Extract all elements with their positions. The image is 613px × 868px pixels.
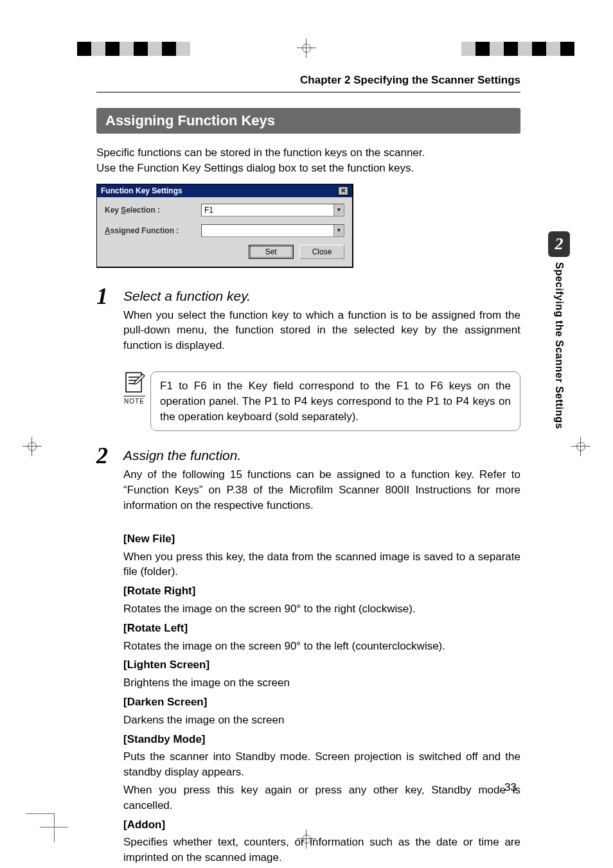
registration-cross-icon [22, 437, 42, 456]
function-head: [Addon] [123, 817, 520, 833]
crop-squares-right [461, 42, 574, 56]
intro-line: Specific functions can be stored in the … [96, 146, 425, 159]
step-text: When you select the function key to whic… [123, 308, 520, 353]
page-content: Chapter 2 Specifying the Scanner Setting… [96, 74, 520, 868]
step-number: 2 [96, 444, 123, 524]
function-item-rotate-left: [Rotate Left] Rotates the image on the s… [123, 621, 520, 654]
corner-mark-icon [26, 813, 55, 842]
close-button[interactable]: Close [299, 245, 344, 259]
function-item-standby-mode: [Standby Mode] Puts the scanner into Sta… [123, 732, 520, 813]
assigned-function-label: Assigned Function : [105, 226, 201, 235]
function-body: Specifies whether text, counters, or inf… [123, 835, 520, 865]
registration-cross-icon [297, 39, 316, 58]
function-item-addon: [Addon] Specifies whether text, counters… [123, 817, 520, 865]
close-icon[interactable]: ✕ [338, 186, 348, 195]
set-button[interactable]: Set [249, 245, 294, 259]
function-head: [Lighten Screen] [123, 657, 520, 673]
function-body: Brightens the image on the screen [123, 675, 520, 691]
function-head: [New File] [123, 531, 520, 547]
crop-squares-left [77, 42, 190, 56]
chapter-number-badge: 2 [548, 231, 570, 257]
intro-text: Specific functions can be stored in the … [96, 145, 520, 176]
step-1: 1 Select a function key. When you select… [96, 285, 520, 365]
function-head: [Darken Screen] [123, 695, 520, 710]
note-text: F1 to F6 in the Key field correspond to … [150, 371, 520, 431]
dialog-title-text: Function Key Settings [101, 186, 182, 195]
running-header: Chapter 2 Specifying the Scanner Setting… [96, 74, 520, 93]
note-label: NOTE [123, 396, 145, 405]
registration-cross-icon [571, 437, 591, 456]
key-selection-label: Key Selection : [105, 206, 201, 215]
dialog-titlebar: Function Key Settings ✕ [97, 184, 352, 197]
step-number: 1 [96, 285, 123, 365]
step-title: Assign the function. [123, 444, 520, 463]
key-selection-dropdown[interactable]: F1 ▼ [201, 204, 344, 217]
chapter-side-tab: 2 Specifying the Scanner Settings [547, 231, 571, 429]
step-text: Any of the following 15 functions can be… [123, 467, 520, 513]
function-body: Rotates the image on the screen 90° to t… [123, 639, 520, 654]
note-icon: NOTE [123, 371, 150, 431]
function-item-rotate-right: [Rotate Right] Rotates the image on the … [123, 583, 520, 617]
function-body: Rotates the image on the screen 90° to t… [123, 601, 520, 617]
function-item-lighten-screen: [Lighten Screen] Brightens the image on … [123, 657, 520, 691]
assigned-function-row: Assigned Function : ▼ [105, 224, 344, 237]
step-title: Select a function key. [123, 285, 520, 304]
function-body: Darkens the image on the screen [123, 713, 520, 728]
function-body: Puts the scanner into Standby mode. Scre… [123, 749, 520, 780]
page-number: 33 [504, 781, 517, 794]
function-body: When you press this key again or press a… [123, 783, 520, 813]
function-body: When you press this key, the data from t… [123, 549, 520, 580]
function-head: [Standby Mode] [123, 732, 520, 747]
step-2: 2 Assign the function. Any of the follow… [96, 444, 520, 524]
note-block: NOTE F1 to F6 in the Key field correspon… [123, 371, 520, 431]
function-head: [Rotate Left] [123, 621, 520, 636]
crop-marks-top [0, 32, 613, 58]
key-selection-value: F1 [204, 206, 213, 215]
function-item-new-file: [New File] When you press this key, the … [123, 531, 520, 580]
svg-rect-0 [126, 373, 141, 392]
function-item-darken-screen: [Darken Screen] Darkens the image on the… [123, 695, 520, 728]
dialog-body: Key Selection : F1 ▼ Assigned Function :… [97, 197, 352, 267]
chapter-side-title: Specifying the Scanner Settings [553, 262, 565, 429]
section-title-bar: Assigning Function Keys [96, 108, 520, 134]
function-key-settings-dialog: Function Key Settings ✕ Key Selection : … [96, 184, 353, 268]
function-list: [New File] When you press this key, the … [123, 531, 520, 865]
key-selection-row: Key Selection : F1 ▼ [105, 204, 344, 217]
dialog-button-row: Set Close [105, 245, 344, 259]
chevron-down-icon: ▼ [333, 225, 344, 236]
chevron-down-icon: ▼ [333, 204, 344, 216]
assigned-function-dropdown[interactable]: ▼ [201, 224, 344, 237]
intro-line: Use the Function Key Settings dialog box… [96, 162, 414, 174]
function-head: [Rotate Right] [123, 583, 520, 599]
